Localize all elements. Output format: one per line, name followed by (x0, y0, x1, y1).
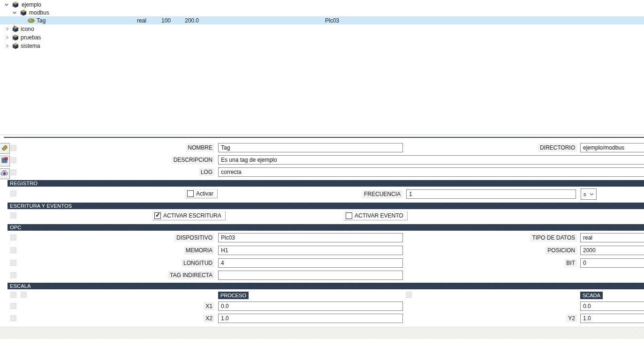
row-grip (10, 234, 16, 241)
tree-item-label[interactable]: pruebas (21, 34, 41, 41)
bit-input[interactable] (580, 258, 644, 268)
folder-cube-icon (12, 1, 19, 8)
chevron-down-icon (590, 191, 594, 197)
row-grip (10, 169, 16, 175)
toolbar-button-table[interactable] (0, 156, 10, 166)
scada-column-header: SCADA (580, 292, 603, 299)
row-grip (10, 212, 16, 218)
directorio-input[interactable] (580, 143, 644, 152)
folder-cube-icon (12, 34, 19, 41)
tree-col-scale: 200.0 (185, 17, 199, 24)
row-grip (21, 292, 27, 298)
descripcion-label: DESCRIPCION (172, 156, 214, 164)
x1-input[interactable] (218, 301, 403, 311)
frecuencia-label: FRECUENCIA (362, 190, 402, 198)
posicion-input[interactable] (580, 246, 644, 255)
toolbar-button-upload[interactable] (0, 168, 10, 179)
tree-item-ejemplo[interactable]: ejemplo (0, 0, 644, 8)
x1-label: X1 (204, 302, 214, 310)
row-grip (10, 272, 16, 278)
tree-col-type: real (137, 17, 146, 24)
activar-escritura-checkbox[interactable]: ACTIVAR ESCRITURA (152, 211, 226, 220)
escritura-section-header: ESCRITURA Y EVENTOS (8, 203, 644, 209)
frecuencia-unit-select[interactable]: s (581, 188, 597, 200)
tree-item-label[interactable]: ejemplo (22, 1, 41, 8)
row-grip (10, 260, 16, 266)
upload-cloud-icon (0, 170, 8, 178)
dispositivo-label: DISPOSITIVO (174, 234, 214, 242)
activar-checkbox-label: Activar (196, 190, 213, 197)
nombre-input[interactable] (218, 143, 403, 152)
chevron-right-icon[interactable] (5, 44, 9, 48)
y1-input[interactable] (580, 301, 644, 311)
row-grip (10, 157, 16, 163)
tag-icon (1, 144, 8, 153)
row-grip (10, 303, 16, 309)
tree-item-tag-selected[interactable]: Tag real 100 200.0 Plc03 (0, 16, 644, 24)
row-grip (10, 190, 16, 196)
status-bar (0, 327, 644, 339)
panel-top-border (4, 137, 644, 138)
checkbox-checked-icon[interactable] (154, 212, 161, 219)
tree-col-device: Plc03 (325, 17, 339, 24)
escala-section-header: ESCALA (8, 283, 644, 289)
tag-editor-window: ejemplo modbus Tag real 100 200.0 Plc03 … (0, 0, 644, 339)
longitud-input[interactable] (218, 258, 403, 268)
folder-cube-flag-icon (12, 25, 19, 32)
chevron-right-icon[interactable] (5, 27, 9, 31)
frecuencia-input[interactable] (406, 189, 576, 199)
activar-evento-checkbox[interactable]: ACTIVAR EVENTO (344, 211, 408, 220)
tree-item-modbus[interactable]: modbus (0, 8, 644, 16)
descripcion-input[interactable] (218, 155, 644, 165)
row-grip (10, 247, 16, 253)
bit-label: BIT (564, 259, 577, 267)
chevron-down-icon[interactable] (4, 2, 9, 7)
row-grip (10, 292, 16, 298)
divider-line (0, 135, 644, 135)
longitud-label: LONGITUD (182, 259, 214, 267)
toolbar-button-tag[interactable] (0, 143, 10, 154)
log-label: LOG (199, 168, 214, 176)
tree-item-label[interactable]: Tag (37, 17, 45, 24)
tree-item-label[interactable]: modbus (29, 9, 49, 16)
memoria-input[interactable] (218, 246, 403, 255)
folder-cube-icon (12, 42, 19, 49)
x2-label: X2 (204, 314, 214, 323)
tag-indirecta-label: TAG INDIRECTA (168, 271, 214, 279)
y2-input[interactable] (580, 314, 644, 323)
chevron-right-icon[interactable] (5, 35, 9, 40)
checkbox-icon[interactable] (346, 212, 352, 219)
posicion-label: POSICION (546, 246, 577, 255)
tree-item-label[interactable]: sistema (21, 43, 40, 49)
checkbox-icon[interactable] (187, 190, 194, 197)
nombre-label: NOMBRE (186, 143, 214, 152)
tag-icon (28, 18, 35, 23)
tree-col-frequency: 100 (161, 17, 171, 24)
y2-label: Y2 (566, 314, 577, 323)
chevron-down-icon[interactable] (12, 10, 17, 15)
tipo-de-datos-label: TIPO DE DATOS (530, 234, 577, 242)
log-input[interactable] (218, 167, 644, 177)
memoria-label: MEMORIA (184, 246, 214, 255)
tree-item-pruebas[interactable]: pruebas (0, 33, 644, 41)
table-icon (1, 157, 8, 166)
activar-checkbox[interactable]: Activar (185, 189, 218, 198)
row-grip (406, 292, 412, 298)
activar-escritura-label: ACTIVAR ESCRITURA (163, 212, 221, 219)
tipo-de-datos-input[interactable] (580, 233, 644, 242)
opc-section-header: OPC (8, 224, 644, 231)
row-grip (10, 145, 16, 151)
tree-item-sistema[interactable]: sistema (0, 42, 644, 50)
tree-item-label[interactable]: icono (21, 26, 34, 32)
directorio-label: DIRECTORIO (538, 143, 577, 152)
proceso-column-header: PROCESO (218, 292, 249, 299)
tag-indirecta-input[interactable] (218, 271, 403, 280)
row-grip (10, 315, 16, 321)
tree-item-icono[interactable]: icono (0, 25, 644, 33)
registro-section-header: REGISTRO (8, 180, 644, 187)
frecuencia-unit-value: s (583, 191, 586, 197)
activar-evento-label: ACTIVAR EVENTO (355, 212, 403, 219)
x2-input[interactable] (218, 314, 403, 323)
dispositivo-input[interactable] (218, 233, 403, 242)
folder-cube-icon (20, 9, 27, 16)
